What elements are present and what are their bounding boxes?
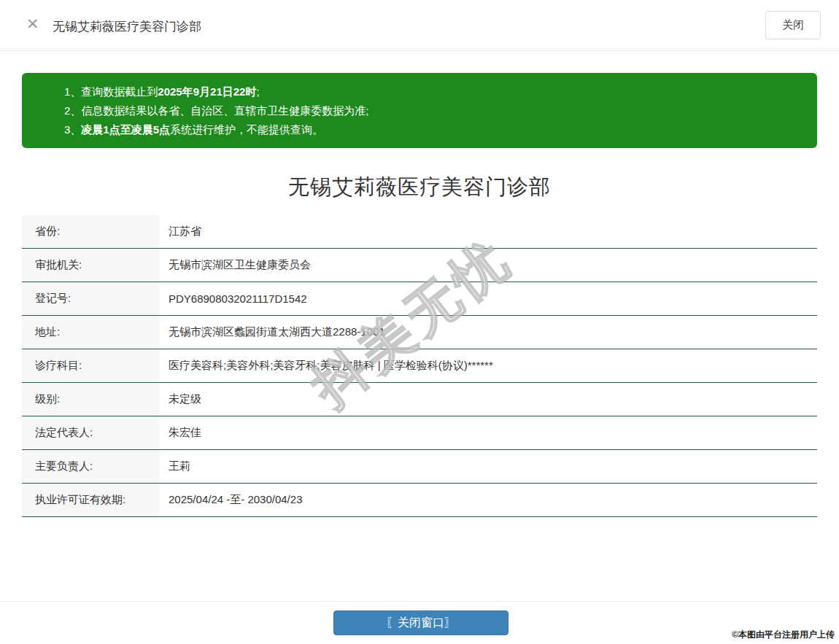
table-row-registration-number: 登记号: PDY68908032021117D1542: [22, 282, 817, 316]
notice-line-1: 1、查询数据截止到2025年9月21日22时;: [64, 82, 803, 101]
row-value: 无锡市滨湖区卫生健康委员会: [159, 249, 817, 282]
notice-line-3-end: 系统进行维护，不能提供查询。: [170, 123, 323, 136]
close-button[interactable]: 关闭: [765, 11, 821, 39]
notice-line-1-end: ;: [256, 85, 259, 98]
clinic-info-table: 省份: 江苏省 审批机关: 无锡市滨湖区卫生健康委员会 登记号: PDY6890…: [22, 215, 817, 517]
row-label: 诊疗科目:: [22, 349, 159, 382]
row-value: 医疗美容科;美容外科;美容牙科;美容皮肤科 | 医学检验科(协议)******: [159, 349, 817, 382]
table-row-principal: 主要负责人: 王莉: [22, 450, 817, 484]
footer-divider: [0, 601, 839, 602]
table-row-province: 省份: 江苏省: [22, 215, 817, 249]
clinic-name-title: 无锡艾莉薇医疗美容门诊部: [0, 173, 839, 202]
row-label: 级别:: [22, 383, 159, 416]
table-row-address: 地址: 无锡市滨湖区蠡园街道太湖西大道2288-1001: [22, 316, 817, 349]
notice-line-2: 2、信息数据结果以各省、自治区、直辖市卫生健康委数据为准;: [64, 101, 803, 120]
row-label: 登记号:: [22, 282, 159, 315]
row-label: 省份:: [22, 215, 159, 248]
upload-credit-watermark: ©本图由平台注册用户上传: [732, 629, 835, 641]
table-row-approval-authority: 审批机关: 无锡市滨湖区卫生健康委员会: [22, 249, 817, 282]
row-label: 法定代表人:: [22, 416, 159, 449]
notice-line-1-bold: 2025年9月21日22时: [158, 85, 256, 98]
table-row-license-validity: 执业许可证有效期: 2025/04/24 -至- 2030/04/23: [22, 484, 817, 517]
close-x-icon[interactable]: ✕: [26, 16, 39, 31]
notice-line-3-bold: 凌晨1点至凌晨5点: [81, 123, 170, 136]
row-label: 执业许可证有效期:: [22, 484, 159, 516]
row-label: 地址:: [22, 316, 159, 349]
notice-line-3-text: 3、: [64, 123, 81, 136]
notice-banner: 1、查询数据截止到2025年9月21日22时; 2、信息数据结果以各省、自治区、…: [22, 73, 817, 148]
top-bar: ✕ 无锡艾莉薇医疗美容门诊部 关闭: [0, 0, 839, 51]
notice-line-1-text: 1、查询数据截止到: [64, 85, 158, 98]
table-row-departments: 诊疗科目: 医疗美容科;美容外科;美容牙科;美容皮肤科 | 医学检验科(协议)*…: [22, 349, 817, 383]
row-value: 朱宏佳: [159, 416, 817, 449]
window-title: 无锡艾莉薇医疗美容门诊部: [53, 18, 201, 35]
table-row-level: 级别: 未定级: [22, 383, 817, 416]
row-value: 无锡市滨湖区蠡园街道太湖西大道2288-1001: [159, 316, 817, 349]
row-value: 2025/04/24 -至- 2030/04/23: [159, 484, 817, 516]
row-label: 审批机关:: [22, 249, 159, 282]
row-value: 王莉: [159, 450, 817, 483]
table-row-legal-representative: 法定代表人: 朱宏佳: [22, 416, 817, 450]
close-window-button[interactable]: 〖关闭窗口〗: [333, 610, 509, 635]
row-value: 未定级: [159, 383, 817, 416]
row-label: 主要负责人:: [22, 450, 159, 483]
notice-line-3: 3、凌晨1点至凌晨5点系统进行维护，不能提供查询。: [64, 120, 803, 139]
row-value: 江苏省: [159, 215, 817, 248]
row-value: PDY68908032021117D1542: [159, 282, 817, 315]
